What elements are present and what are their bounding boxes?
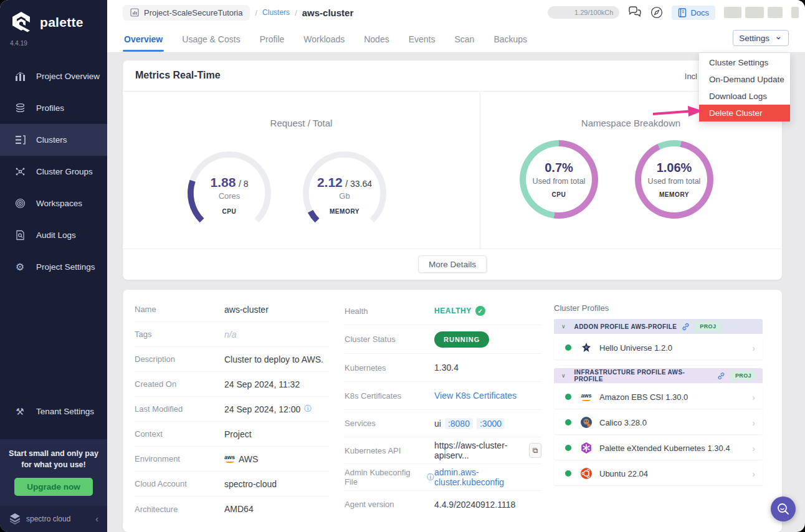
profile-pack-row-hello-universe[interactable]: Hello Universe 1.2.0 ›: [554, 336, 763, 359]
cpu-request-value: 1.88: [211, 175, 236, 189]
detail-label: Kubernetes API: [345, 446, 434, 455]
service-port-link[interactable]: :8080: [445, 418, 473, 429]
sidebar-item-cluster-groups[interactable]: Cluster Groups: [0, 156, 107, 188]
breadcrumb-clusters-link[interactable]: Clusters: [262, 8, 290, 17]
tab-backups[interactable]: Backups: [492, 25, 528, 53]
service-name: ui: [434, 419, 441, 429]
sidebar-item-label: Project Overview: [36, 72, 100, 81]
sidebar-item-project-settings[interactable]: ⚙ Project Settings: [0, 251, 107, 283]
tab-overview[interactable]: Overview: [123, 25, 164, 53]
link-icon: [717, 372, 725, 380]
palette-logo-icon: [9, 10, 34, 35]
tab-usage-costs[interactable]: Usage & Costs: [181, 25, 241, 53]
kubeconfig-download-link[interactable]: admin.aws-cluster.kubeconfig: [434, 467, 541, 487]
breadcrumb: Project-ScaleSecureTutoria / Clusters / …: [123, 0, 353, 25]
tab-scan[interactable]: Scan: [454, 25, 476, 53]
sidebar-item-label: Tenant Settings: [36, 407, 94, 416]
detail-label: Kubernetes: [345, 363, 434, 373]
more-details-button[interactable]: More Details: [418, 255, 487, 273]
breadcrumb-project-pill[interactable]: Project-ScaleSecureTutoria: [123, 5, 250, 21]
profile-pack-row-ebs-csi[interactable]: aws Amazon EBS CSI 1.30.0 ›: [554, 385, 763, 409]
detail-value: AWS: [239, 454, 258, 464]
sidebar-item-project-overview[interactable]: Project Overview: [0, 60, 107, 92]
sidebar-item-label: Profiles: [36, 103, 64, 113]
detail-label: Health: [345, 306, 434, 316]
menu-item-cluster-settings[interactable]: Cluster Settings: [699, 54, 790, 71]
sidebar-item-tenant-settings[interactable]: ⚒ Tenant Settings: [0, 396, 107, 427]
ubuntu-icon: [579, 467, 593, 480]
memory-unit: Gb: [339, 191, 350, 201]
info-icon[interactable]: ⓘ: [427, 472, 434, 483]
chevron-right-icon: ›: [752, 468, 755, 479]
detail-value: AMD64: [224, 504, 254, 514]
view-k8s-certificates-link[interactable]: View K8s Certificates: [434, 391, 517, 401]
pack-name: Hello Universe 1.2.0: [599, 343, 752, 353]
sidebar-item-audit-logs[interactable]: Audit Logs: [0, 219, 107, 251]
tab-nodes[interactable]: Nodes: [363, 25, 390, 53]
check-circle-icon: ✓: [475, 306, 485, 316]
redacted-block: [745, 7, 764, 18]
settings-dropdown-menu: Cluster Settings On-Demand Update Downlo…: [699, 53, 790, 121]
menu-item-delete-cluster[interactable]: Delete Cluster: [699, 105, 790, 121]
infrastructure-profile-header[interactable]: ∨ INFRASTRUCTURE PROFILE AWS-PROFILE PRO…: [554, 368, 763, 383]
spectro-cloud-brand: spectro cloud: [26, 515, 90, 523]
chat-icon[interactable]: [628, 6, 642, 19]
namespace-memory-donut: 1.06% Used from total MEMORY: [635, 140, 713, 219]
header-right-cluster: 1.29/100kCh Docs: [548, 0, 799, 25]
pack-status-dot: [565, 394, 571, 400]
pack-name: Calico 3.28.0: [599, 418, 752, 427]
profile-pack-row-ubuntu[interactable]: Ubuntu 22.04 ›: [554, 462, 763, 485]
chevron-down-icon: ⌄: [774, 31, 783, 42]
detail-value: 1.30.4: [434, 363, 459, 373]
upgrade-now-button[interactable]: Upgrade now: [14, 478, 93, 496]
project-scope-badge: PROJ: [695, 321, 721, 331]
info-icon[interactable]: ⓘ: [304, 404, 312, 414]
detail-label: Context: [135, 429, 224, 439]
collapse-sidebar-icon[interactable]: ‹: [95, 514, 98, 524]
aws-logo-icon: aws: [224, 455, 235, 463]
profile-pack-row-pxk[interactable]: Palette eXtended Kubernetes 1.30.4 ›: [554, 436, 763, 460]
detail-value: aws-cluster: [224, 305, 269, 315]
pack-status-dot: [565, 419, 571, 425]
cluster-profiles-panel: Cluster Profiles ∨ ADDON PROFILE AWS-PRO…: [554, 290, 763, 494]
detail-row-k8s-certificates: K8s Certificates View K8s Certificates: [345, 382, 541, 410]
metrics-clipped-text: Incl: [685, 72, 697, 81]
detail-label: Name: [135, 305, 224, 314]
tab-profile[interactable]: Profile: [259, 25, 286, 53]
pack-name: Palette eXtended Kubernetes 1.30.4: [599, 444, 752, 453]
details-left-column: Name aws-cluster Tags n/a Description Cl…: [135, 297, 328, 521]
layers-icon: [14, 102, 26, 115]
redacted-block: [791, 7, 799, 18]
menu-item-download-logs[interactable]: Download Logs: [699, 88, 790, 105]
addon-profile-header[interactable]: ∨ ADDON PROFILE AWS-PROFILE PROJ: [554, 319, 763, 334]
cluster-details-card: Name aws-cluster Tags n/a Description Cl…: [123, 290, 782, 532]
breadcrumb-separator: /: [295, 8, 297, 17]
chevron-right-icon: ›: [752, 343, 755, 353]
settings-dropdown-button[interactable]: Settings ⌄: [733, 30, 789, 46]
sidebar-nav: Project Overview Profiles Clusters Clust…: [0, 60, 107, 283]
namespace-memory-percent: 1.06%: [657, 161, 692, 175]
tab-events[interactable]: Events: [407, 25, 437, 53]
pack-status-dot: [565, 470, 571, 477]
service-port-link[interactable]: :3000: [477, 418, 505, 429]
compass-icon[interactable]: [650, 6, 663, 19]
help-fab-button[interactable]: [771, 496, 796, 521]
docs-button[interactable]: Docs: [672, 6, 715, 20]
palette-logo[interactable]: palette: [0, 0, 107, 35]
sidebar-item-clusters[interactable]: Clusters: [0, 124, 107, 156]
copy-icon[interactable]: ⧉: [529, 443, 541, 458]
detail-label: K8s Certificates: [345, 391, 434, 401]
usage-quota-pill: 1.29/100kCh: [548, 6, 619, 19]
sidebar-item-workspaces[interactable]: Workspaces: [0, 188, 107, 219]
profile-pack-row-calico[interactable]: Calico 3.28.0 ›: [554, 411, 763, 434]
namespace-cpu-donut: 0.7% Used from total CPU: [520, 140, 598, 219]
memory-gauge-label: MEMORY: [330, 208, 360, 215]
tab-workloads[interactable]: Workloads: [302, 25, 346, 53]
divider: [123, 91, 782, 92]
menu-item-on-demand-update[interactable]: On-Demand Update: [699, 71, 790, 88]
detail-row-kubernetes: Kubernetes 1.30.4: [345, 354, 541, 382]
sidebar-item-profiles[interactable]: Profiles: [0, 92, 107, 124]
sidebar-item-label: Workspaces: [36, 199, 82, 208]
detail-row-context: Context Project: [135, 422, 328, 447]
palette-kubernetes-icon: [579, 441, 593, 455]
